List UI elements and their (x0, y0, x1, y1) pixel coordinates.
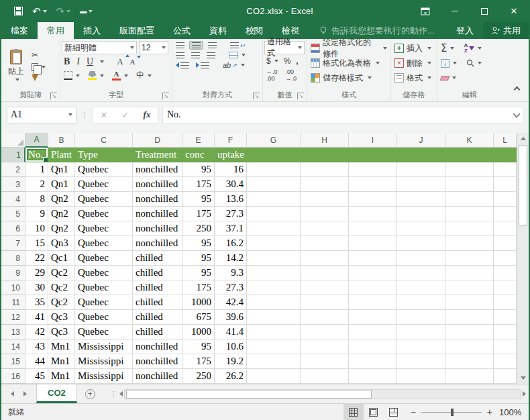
cell-A2[interactable]: 1 (25, 162, 48, 177)
cell-A13[interactable]: 42 (25, 325, 48, 339)
number-format-combo[interactable]: 通用格式 (264, 41, 305, 54)
currency-button[interactable]: $ (264, 56, 280, 66)
cell-H2[interactable] (301, 162, 349, 177)
fill-button[interactable]: ↓ (439, 58, 459, 68)
formula-input[interactable]: No. (162, 107, 523, 123)
tab-file[interactable]: 檔案 (1, 22, 38, 39)
cell-B11[interactable]: Qc2 (48, 295, 75, 310)
cell-I5[interactable] (349, 207, 397, 221)
cell-C4[interactable]: Quebec (75, 192, 133, 207)
merge-center-button[interactable] (227, 51, 248, 59)
row-header-13[interactable]: 13 (1, 325, 25, 339)
cell-D14[interactable]: nonchilled (133, 339, 182, 354)
cell-C13[interactable]: Quebec (75, 325, 133, 339)
tab-home[interactable]: 常用 (38, 22, 74, 39)
page-break-view-button[interactable] (384, 404, 404, 420)
cell-K13[interactable] (445, 325, 494, 339)
sort-filter-button[interactable]: AZ (462, 42, 484, 54)
zoom-slider[interactable] (421, 412, 482, 413)
cell-H9[interactable] (301, 266, 349, 280)
cell-L8[interactable] (494, 251, 517, 266)
cell-H15[interactable] (301, 354, 349, 369)
vertical-scroll-thumb[interactable] (519, 145, 527, 225)
cell-E10[interactable]: 175 (182, 280, 215, 295)
align-center-button[interactable] (189, 52, 202, 59)
name-box[interactable]: A1 (7, 107, 76, 123)
select-all-corner[interactable] (1, 133, 25, 148)
cell-L9[interactable] (494, 266, 517, 280)
row-header-12[interactable]: 12 (1, 310, 25, 325)
bold-button[interactable]: B (62, 56, 72, 68)
tab-formulas[interactable]: 公式 (164, 22, 200, 39)
page-layout-view-button[interactable] (364, 404, 384, 420)
cell-I15[interactable] (349, 354, 397, 369)
cell-B1[interactable]: Plant (48, 148, 75, 162)
decrease-indent-button[interactable] (174, 62, 191, 69)
cell-L13[interactable] (494, 325, 517, 339)
cell-J11[interactable] (397, 295, 445, 310)
cell-E2[interactable]: 95 (182, 162, 215, 177)
cell-F13[interactable]: 41.4 (215, 325, 247, 339)
cell-J3[interactable] (397, 177, 445, 192)
cell-G8[interactable] (247, 251, 301, 266)
cell-B14[interactable]: Mn1 (48, 339, 75, 354)
tab-insert[interactable]: 插入 (74, 22, 110, 39)
zoom-in-button[interactable]: + (487, 407, 492, 417)
cell-C14[interactable]: Mississippi (75, 339, 133, 354)
cell-C16[interactable]: Mississippi (75, 369, 133, 384)
column-header-C[interactable]: C (75, 133, 133, 148)
comma-style-button[interactable]: , (294, 56, 300, 66)
decrease-decimal-button[interactable]: .00→.0 (284, 68, 299, 83)
cell-H13[interactable] (301, 325, 349, 339)
cell-L3[interactable] (494, 177, 517, 192)
next-sheet-icon[interactable] (23, 391, 27, 397)
row-header-2[interactable]: 2 (1, 162, 25, 177)
horizontal-scrollbar[interactable]: ⋮ (103, 384, 529, 403)
percent-button[interactable]: % (282, 56, 293, 66)
cell-D13[interactable]: chilled (133, 325, 182, 339)
cell-H7[interactable] (301, 236, 349, 251)
cell-C3[interactable]: Quebec (75, 177, 133, 192)
cell-J1[interactable] (397, 148, 445, 162)
cell-K1[interactable] (445, 148, 494, 162)
scroll-right-icon[interactable] (523, 391, 526, 397)
cell-E8[interactable]: 95 (182, 251, 215, 266)
row-header-14[interactable]: 14 (1, 339, 25, 354)
row-header-3[interactable]: 3 (1, 177, 25, 192)
cell-F6[interactable]: 37.1 (215, 221, 247, 236)
cell-I13[interactable] (349, 325, 397, 339)
cell-C12[interactable]: Quebec (75, 310, 133, 325)
cell-J6[interactable] (397, 221, 445, 236)
font-name-combo[interactable]: 新細明體 (62, 41, 137, 54)
maximize-button[interactable] (470, 0, 499, 22)
cell-E16[interactable]: 250 (182, 369, 215, 384)
cell-E14[interactable]: 95 (182, 339, 215, 354)
cell-A3[interactable]: 2 (25, 177, 48, 192)
cell-A10[interactable]: 30 (25, 280, 48, 295)
bottom-align-button[interactable] (206, 42, 219, 49)
font-color-button[interactable]: A (110, 70, 130, 81)
horizontal-scroll-thumb[interactable] (126, 390, 372, 399)
cell-H10[interactable] (301, 280, 349, 295)
row-header-11[interactable]: 11 (1, 295, 25, 310)
cell-H16[interactable] (301, 369, 349, 384)
autosum-button[interactable]: Σ (439, 42, 456, 55)
cell-D3[interactable]: nonchilled (133, 177, 182, 192)
clipboard-dialog-launcher-icon[interactable]: ↘ (50, 93, 57, 99)
cell-D6[interactable]: nonchilled (133, 221, 182, 236)
cell-B5[interactable]: Qn2 (48, 207, 75, 221)
cell-L7[interactable] (494, 236, 517, 251)
column-header-E[interactable]: E (182, 133, 215, 148)
formula-bar-splitter[interactable]: ⋮ (81, 111, 89, 119)
cell-F10[interactable]: 27.3 (215, 280, 247, 295)
cell-I6[interactable] (349, 221, 397, 236)
scroll-down-icon[interactable] (517, 372, 529, 384)
cell-A9[interactable]: 29 (25, 266, 48, 280)
cell-F5[interactable]: 27.3 (215, 207, 247, 221)
customize-qat-icon[interactable]: ▬ (76, 7, 96, 15)
cell-K8[interactable] (445, 251, 494, 266)
cell-I10[interactable] (349, 280, 397, 295)
cell-H11[interactable] (301, 295, 349, 310)
alignment-dialog-launcher-icon[interactable]: ↘ (253, 93, 260, 99)
cell-G16[interactable] (247, 369, 301, 384)
